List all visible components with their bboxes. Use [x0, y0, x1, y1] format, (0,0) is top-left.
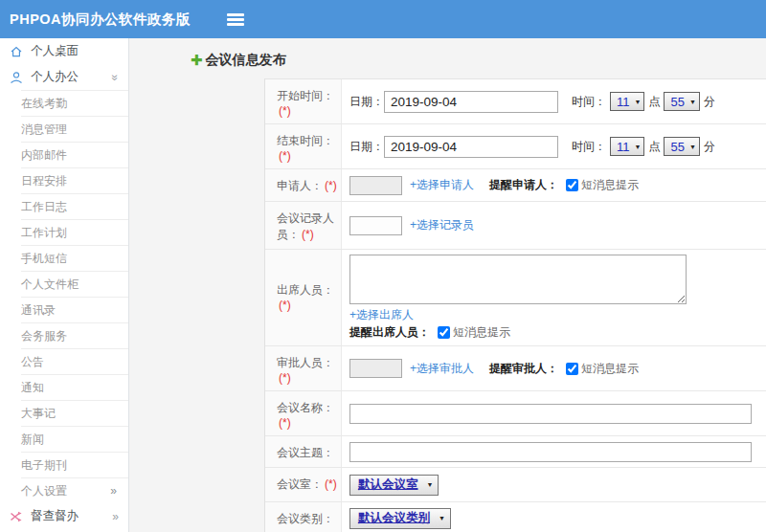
field-value: +选择审批人 提醒审批人： 短消息提示	[342, 346, 766, 390]
approver-sms-checkbox[interactable]	[566, 363, 578, 375]
chevron-right-icon: »	[112, 511, 119, 522]
meeting-room-select[interactable]: 默认会议室▼	[349, 475, 439, 496]
approver-input[interactable]	[349, 359, 402, 378]
minute-value: 55	[670, 140, 684, 154]
row-meeting-topic: 会议主题：	[265, 436, 766, 468]
sidebar-item-internal-mail[interactable]: 内部邮件	[21, 142, 128, 167]
sms-hint-label: 短消息提示	[581, 177, 639, 193]
hamburger-icon[interactable]	[227, 13, 244, 26]
sidebar-item-label: 手机短信	[21, 251, 67, 267]
hour-unit: 点	[648, 94, 660, 110]
sidebar-item-meeting-service[interactable]: 会务服务	[21, 322, 128, 348]
field-label: 会议主题：	[265, 436, 342, 467]
field-value: 日期： 时间： 11▼ 点 55▼ 分	[342, 124, 766, 168]
start-minute-select[interactable]: 55▼	[664, 92, 699, 111]
sidebar-item-label: 内部邮件	[21, 147, 67, 164]
applicant-sms-checkbox[interactable]	[566, 179, 578, 191]
time-label: 时间：	[572, 94, 606, 110]
choose-approver-link[interactable]: +选择审批人	[410, 361, 474, 377]
choose-attendees-link[interactable]: +选择出席人	[349, 307, 414, 323]
caret-icon: ▼	[689, 99, 696, 105]
home-icon	[10, 45, 26, 58]
sidebar-item-e-journal[interactable]: 电子期刊	[21, 452, 128, 477]
field-label: 会议室：(*)	[265, 468, 342, 501]
field-label: 会议记录人员：(*)	[265, 202, 342, 249]
sidebar-item-attendance[interactable]: 在线考勤	[21, 90, 128, 116]
field-value: 默认会议室▼	[342, 468, 766, 501]
end-date-input[interactable]	[384, 136, 558, 158]
sidebar-item-supervision[interactable]: 督查督办 »	[0, 503, 128, 529]
sidebar-item-label: 通讯录	[21, 302, 56, 319]
row-recorder: 会议记录人员：(*) +选择记录员	[265, 202, 766, 250]
sidebar-item-label: 个人文件柜	[21, 277, 79, 293]
sidebar-item-events[interactable]: 大事记	[21, 400, 128, 426]
user-icon	[10, 71, 26, 84]
start-date-input[interactable]	[384, 91, 558, 113]
required-mark: (*)	[279, 299, 291, 312]
sidebar-item-label: 日程安排	[21, 173, 67, 189]
start-hour-select[interactable]: 11▼	[610, 92, 644, 111]
sidebar-item-contacts[interactable]: 通讯录	[21, 297, 128, 322]
sidebar-item-schedule[interactable]: 日程安排	[21, 167, 128, 193]
sidebar-item-label: 公告	[21, 354, 44, 370]
sidebar-item-messages[interactable]: 消息管理	[21, 116, 128, 142]
applicant-input[interactable]	[349, 176, 402, 195]
row-applicant: 申请人：(*) +选择申请人 提醒申请人： 短消息提示	[265, 169, 766, 202]
sidebar-item-work-log[interactable]: 工作日志	[21, 193, 128, 219]
meeting-form: 开始时间：(*) 日期： 时间： 11▼ 点 55▼ 分 结束时间：(*) 日期…	[264, 78, 766, 532]
label-text: 出席人员：	[277, 283, 334, 297]
field-label: 会议类别：	[265, 502, 342, 532]
sidebar-item-office[interactable]: 个人办公 »	[0, 64, 128, 90]
recorder-input[interactable]	[349, 216, 402, 235]
sidebar-item-label: 个人设置	[21, 483, 67, 499]
main-content: ✚ 会议信息发布 开始时间：(*) 日期： 时间： 11▼ 点 55▼ 分 结束…	[129, 38, 766, 532]
field-label: 审批人员：(*)	[265, 346, 342, 390]
attendees-sms-checkbox[interactable]	[438, 326, 450, 339]
sidebar-item-notices[interactable]: 通知	[21, 374, 128, 400]
meeting-topic-input[interactable]	[349, 442, 752, 462]
app-header: PHPOA协同办公软件政务版	[0, 0, 766, 38]
remind-attendees-label: 提醒出席人员：	[349, 324, 430, 341]
choose-recorder-link[interactable]: +选择记录员	[410, 217, 474, 233]
minute-value: 55	[670, 95, 684, 109]
sms-hint-label: 短消息提示	[581, 361, 639, 377]
sidebar-item-news[interactable]: 新闻	[21, 426, 128, 452]
field-label: 开始时间：(*)	[265, 79, 342, 123]
end-minute-select[interactable]: 55▼	[664, 137, 699, 156]
sidebar-item-personal-settings[interactable]: 个人设置 »	[21, 477, 128, 503]
choose-applicant-link[interactable]: +选择申请人	[410, 177, 474, 193]
label-text: 会议名称：	[277, 401, 334, 414]
hour-value: 11	[617, 140, 630, 154]
field-value	[342, 436, 766, 467]
field-value: 默认会议类别▼	[342, 502, 766, 532]
caret-icon: ▼	[439, 515, 445, 521]
sidebar-item-label: 工作日志	[21, 199, 67, 215]
sidebar-item-work-plan[interactable]: 工作计划	[21, 219, 128, 245]
row-approver: 审批人员：(*) +选择审批人 提醒审批人： 短消息提示	[265, 346, 766, 391]
end-hour-select[interactable]: 11▼	[610, 137, 644, 156]
required-mark: (*)	[325, 179, 337, 192]
meeting-name-input[interactable]	[349, 404, 752, 424]
date-label: 日期：	[349, 139, 384, 155]
sidebar-item-sms[interactable]: 手机短信	[21, 245, 128, 271]
meeting-category-select[interactable]: 默认会议类别▼	[349, 508, 451, 529]
required-mark: (*)	[279, 149, 291, 163]
sidebar-item-announcements[interactable]: 公告	[21, 348, 128, 374]
sidebar-item-label: 工作计划	[21, 225, 67, 241]
sidebar-item-file-cabinet[interactable]: 个人文件柜	[21, 271, 128, 297]
sidebar-item-desktop[interactable]: 个人桌面	[0, 38, 128, 64]
room-value: 默认会议室	[358, 477, 418, 493]
field-value: +选择出席人 提醒出席人员： 短消息提示	[342, 250, 766, 345]
sidebar-item-label: 新闻	[21, 432, 44, 448]
page-title: ✚ 会议信息发布	[191, 52, 766, 69]
minute-unit: 分	[704, 94, 715, 110]
sidebar-item-label: 电子期刊	[21, 457, 67, 474]
required-mark: (*)	[279, 104, 291, 118]
required-mark: (*)	[279, 371, 291, 385]
caret-icon: ▼	[427, 481, 434, 488]
field-label: 结束时间：(*)	[265, 124, 342, 168]
label-text: 会议主题：	[277, 446, 334, 459]
attendees-textarea[interactable]	[349, 255, 687, 304]
row-attendees: 出席人员：(*) +选择出席人 提醒出席人员： 短消息提示	[265, 250, 766, 346]
row-meeting-category: 会议类别： 默认会议类别▼	[265, 502, 766, 532]
